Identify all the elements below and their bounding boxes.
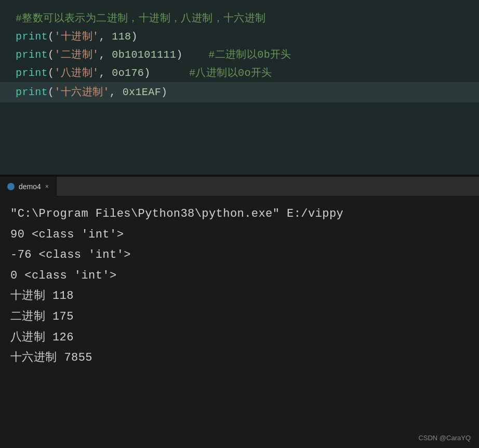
code-line: print('十六进制', 0x1EAF) [0,82,479,102]
keyword-token: print [16,86,48,98]
paren-token: ( [48,86,54,98]
terminal-line: "C:\Program Files\Python38\python.exe" E… [10,204,469,225]
code-line: print('十进制', 118) [16,28,463,46]
paren-token: ) [176,46,182,64]
terminal-output: "C:\Program Files\Python38\python.exe" E… [0,196,479,376]
comma-token: , [99,28,105,46]
keyword-token: print [16,64,48,82]
watermark: CSDN @CaraYQ [418,434,471,442]
number-token: 0b10101111 [105,46,176,64]
string-cn-token: '二进制' [54,46,99,64]
number-token: 0x1EAF [116,86,161,98]
code-area: #整数可以表示为二进制，十进制，八进制，十六进制print('十进制', 118… [0,0,479,118]
keyword-token: print [16,46,48,64]
editor-section: #整数可以表示为二进制，十进制，八进制，十六进制print('十进制', 118… [0,0,479,177]
comma-token: , [99,64,105,82]
terminal-line: 0 <class 'int'> [10,266,469,286]
terminal-tab[interactable]: demo4 × [0,177,57,196]
terminal-section: demo4 × "C:\Program Files\Python38\pytho… [0,177,479,448]
terminal-line: 十进制 118 [10,286,469,307]
paren-token: ( [48,64,54,82]
comment-text: #整数可以表示为二进制，十进制，八进制，十六进制 [16,9,266,28]
comma-token: , [99,46,105,64]
number-token: 118 [105,28,131,46]
terminal-line: 十六进制 7855 [10,348,469,368]
paren-token: ( [48,46,54,64]
tab-label: demo4 [19,182,41,191]
paren-token: ) [161,86,167,98]
comment-token: #八进制以0o开头 [151,64,272,82]
code-line: #整数可以表示为二进制，十进制，八进制，十六进制 [16,9,463,28]
paren-token: ) [144,64,150,82]
terminal-line: 八进制 126 [10,327,469,348]
string-cn-token: '八进制' [54,64,99,82]
keyword-token: print [16,28,48,46]
string-cn-token: '十进制' [54,28,99,46]
terminal-line: -76 <class 'int'> [10,245,469,266]
code-line: print('八进制', 0o176) #八进制以0o开头 [16,64,463,82]
tab-close-button[interactable]: × [45,183,49,190]
python-tab-icon [7,183,15,190]
paren-token: ) [131,28,137,46]
comma-token: , [110,86,116,98]
paren-token: ( [48,28,54,46]
terminal-line: 90 <class 'int'> [10,225,469,245]
terminal-line: 二进制 175 [10,307,469,327]
code-line: print('二进制', 0b10101111) #二进制以0b开头 [16,46,463,64]
comment-token: #二进制以0b开头 [183,46,291,64]
string-cn-token: '十六进制' [54,86,109,98]
terminal-tab-bar: demo4 × [0,177,479,196]
number-token: 0o176 [105,64,144,82]
